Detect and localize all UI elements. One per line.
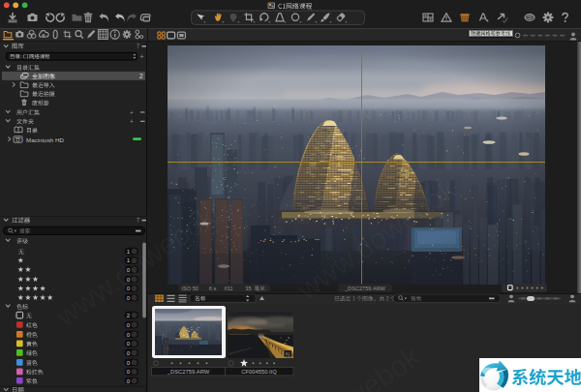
svg-text:www.dowebok: www.dowebok [49,199,222,333]
svg-text:www.dowebok: www.dowebok [290,172,463,306]
svg-text:www.dowebok: www.dowebok [254,340,426,392]
